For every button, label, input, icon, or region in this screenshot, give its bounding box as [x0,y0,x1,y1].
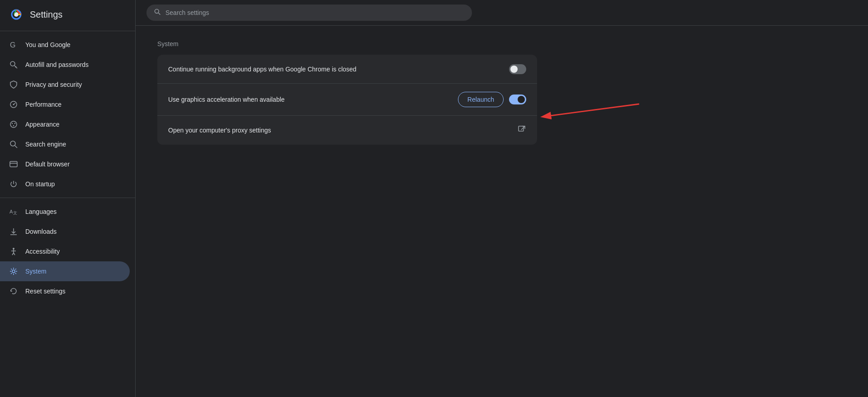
accessibility-icon [9,247,18,256]
toggle-graphics-acceleration[interactable] [509,95,526,104]
svg-point-28 [12,270,15,273]
settings-card: Continue running background apps when Go… [157,55,537,145]
svg-line-26 [12,253,14,255]
gauge-icon [9,100,18,109]
sidebar-nav: G You and Google Autofill and passwords [0,33,135,303]
sidebar-item-label-privacy: Privacy and security [25,81,82,88]
sidebar-divider-2 [0,198,135,198]
sidebar-item-on-startup[interactable]: On startup [0,174,130,194]
svg-text:G: G [10,41,15,49]
settings-row-proxy-settings: Open your computer's proxy settings [157,116,537,145]
translate-icon: A 文 [9,207,18,216]
svg-point-12 [12,123,13,124]
search-input[interactable] [165,9,301,16]
sidebar-item-accessibility[interactable]: Accessibility [0,241,130,261]
toggle-knob-graphics-acceleration [518,96,525,103]
svg-point-10 [13,104,14,105]
svg-point-13 [14,123,15,124]
svg-line-16 [15,146,17,148]
sidebar-item-label-autofill: Autofill and passwords [25,61,89,68]
sidebar-item-system[interactable]: System [0,261,130,281]
settings-row-actions-2 [517,125,526,136]
sidebar-item-search-engine[interactable]: Search engine [0,134,130,154]
sidebar-item-appearance[interactable]: Appearance [0,114,130,134]
svg-line-27 [14,253,15,255]
reset-icon [9,287,18,296]
svg-point-15 [10,141,15,146]
sidebar-item-you-and-google[interactable]: G You and Google [0,35,130,55]
sidebar-item-label-accessibility: Accessibility [25,248,60,255]
sidebar-item-label-system: System [25,268,47,275]
sidebar-item-performance[interactable]: Performance [0,95,130,114]
sidebar-item-label-reset-settings: Reset settings [25,288,66,295]
topbar [136,0,868,26]
browser-icon [9,160,18,169]
search-icon [9,140,18,149]
settings-row-graphics-acceleration: Use graphics acceleration when available… [157,84,537,116]
toggle-background-apps[interactable] [509,64,526,74]
power-icon [9,180,18,189]
sidebar-item-label-search-engine: Search engine [25,141,66,148]
svg-text:文: 文 [13,211,17,215]
settings-row-actions-1: Relaunch [458,92,526,107]
chrome-logo-icon [9,7,24,22]
svg-point-5 [10,61,15,66]
sidebar-app-title: Settings [30,9,62,20]
settings-row-background-apps: Continue running background apps when Go… [157,55,537,84]
shield-icon [9,80,18,89]
sidebar-item-label-default-browser: Default browser [25,161,70,168]
sidebar-item-languages[interactable]: A 文 Languages [0,202,130,222]
download-icon [9,227,18,236]
svg-point-23 [13,248,14,250]
sidebar-item-downloads[interactable]: Downloads [0,222,130,241]
section-title: System [157,40,846,47]
sidebar-item-default-browser[interactable]: Default browser [0,154,130,174]
system-icon [9,267,18,276]
svg-point-11 [10,121,17,128]
content-wrapper: System Continue running background apps … [136,26,868,397]
search-box[interactable] [146,5,472,21]
relaunch-button[interactable]: Relaunch [458,92,504,107]
svg-line-30 [158,13,160,14]
svg-point-14 [13,125,14,126]
svg-rect-17 [10,161,17,167]
svg-text:A: A [9,209,13,214]
google-icon: G [9,40,18,49]
sidebar-item-label-on-startup: On startup [25,180,55,188]
sidebar-item-label-performance: Performance [25,101,61,108]
content-area: System Continue running background apps … [136,26,868,397]
svg-point-3 [14,13,18,16]
setting-label-background-apps: Continue running background apps when Go… [168,66,509,73]
sidebar: Settings G You and Google Autofill and p [0,0,136,397]
sidebar-item-label-downloads: Downloads [25,228,57,235]
sidebar-item-privacy-and-security[interactable]: Privacy and security [0,75,130,95]
setting-label-proxy-settings: Open your computer's proxy settings [168,127,517,134]
sidebar-item-label-you-and-google: You and Google [25,41,71,48]
setting-label-graphics-acceleration: Use graphics acceleration when available [168,96,458,103]
palette-icon [9,120,18,129]
search-icon [154,8,161,17]
toggle-knob-background-apps [510,66,518,73]
sidebar-item-autofill-and-passwords[interactable]: Autofill and passwords [0,55,130,75]
svg-point-29 [155,9,159,13]
external-link-icon[interactable] [517,125,526,136]
sidebar-item-label-appearance: Appearance [25,121,60,128]
key-icon [9,60,18,69]
settings-row-actions-0 [509,64,526,74]
sidebar-divider [0,31,135,31]
svg-line-32 [521,126,525,130]
sidebar-item-reset-settings[interactable]: Reset settings [0,281,130,301]
sidebar-item-label-languages: Languages [25,208,57,215]
main-content: System Continue running background apps … [136,0,868,397]
sidebar-header: Settings [0,0,135,29]
